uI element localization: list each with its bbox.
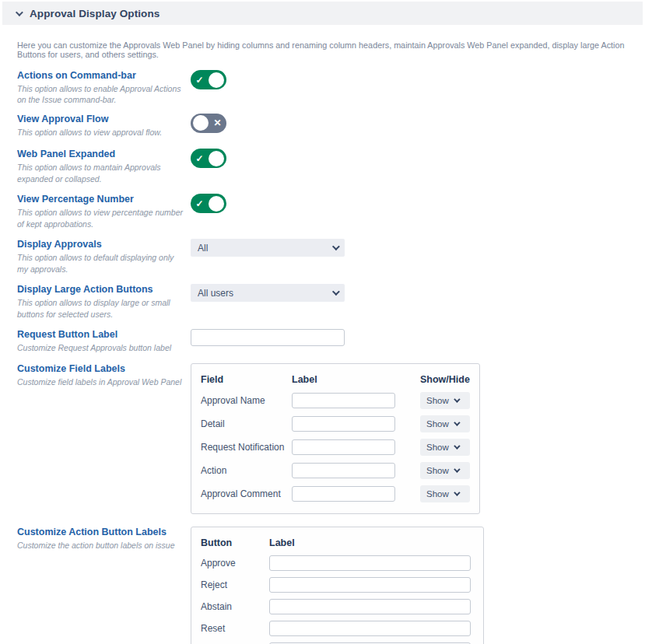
setting-description: This option allows to default displaying… [17, 252, 187, 275]
chevron-down-icon[interactable] [16, 9, 23, 16]
action-button-labels-table: Button Label Approve Reject Abstain Rese… [191, 527, 484, 644]
button-name: Approve [201, 558, 269, 569]
setting-row-request-button-label: Request Button Label Customize Request A… [17, 329, 645, 353]
chevron-down-icon [332, 288, 340, 296]
table-row-reject: Reject [201, 574, 474, 596]
selected-value: All users [198, 288, 233, 299]
toggle-view-percentage-number[interactable]: ✓ [191, 194, 226, 213]
chevron-down-icon [454, 466, 460, 472]
setting-row-web-panel-expanded: Web Panel Expanded This option allows to… [17, 149, 645, 184]
detail-label-input[interactable] [292, 416, 395, 432]
setting-row-customize-action-button-labels: Customize Action Button Labels Customize… [17, 527, 645, 644]
check-icon: ✓ [193, 153, 206, 164]
column-header-label: Label [292, 374, 420, 385]
setting-description: Customize Request Approvals button label [17, 342, 187, 353]
setting-label: Web Panel Expanded [17, 149, 191, 159]
chevron-down-icon [454, 443, 460, 449]
table-row-detail: Detail Show [201, 412, 470, 436]
check-icon: ✓ [193, 75, 206, 86]
approve-label-input[interactable] [269, 555, 471, 571]
selected-value: All [198, 243, 208, 254]
field-name: Approval Name [201, 395, 292, 406]
setting-label: Customize Field Labels [17, 363, 191, 374]
column-header-show-hide: Show/Hide [420, 374, 470, 385]
button-name: Abstain [201, 601, 269, 612]
toggle-knob [209, 196, 224, 212]
toggle-web-panel-expanded[interactable]: ✓ [191, 149, 226, 168]
approval-comment-label-input[interactable] [292, 486, 395, 502]
field-name: Detail [201, 418, 292, 429]
setting-description: This option allows to mantain Approvals … [17, 162, 187, 184]
display-large-action-buttons-select[interactable]: All users [191, 284, 345, 302]
table-row-approval-name: Approval Name Show [201, 389, 470, 412]
toggle-knob [193, 115, 209, 131]
setting-label: View Approval Flow [17, 114, 191, 124]
approval-name-visibility-select[interactable]: Show [420, 392, 470, 409]
chevron-down-icon [454, 489, 460, 495]
table-row-approval-comment: Approval Comment Show [201, 482, 470, 506]
reset-label-input[interactable] [269, 621, 471, 636]
toggle-view-approval-flow[interactable]: ✕ [191, 114, 226, 133]
column-header-button: Button [201, 537, 269, 548]
chevron-down-icon [454, 396, 460, 402]
abstain-label-input[interactable] [269, 599, 471, 614]
field-name: Action [201, 465, 292, 476]
display-approvals-select[interactable]: All [191, 239, 345, 257]
request-button-label-input[interactable] [191, 329, 345, 346]
request-notification-visibility-select[interactable]: Show [420, 439, 470, 456]
chevron-down-icon [454, 419, 460, 425]
setting-description: This option allows to display large or s… [17, 297, 187, 320]
table-row-reset: Reset [201, 618, 474, 639]
setting-description: Customize field labels in Approval Web P… [17, 376, 187, 387]
section-header-approval-display-options[interactable]: Approval Display Options [2, 2, 643, 25]
detail-visibility-select[interactable]: Show [420, 415, 470, 432]
action-label-input[interactable] [292, 463, 395, 478]
setting-description: Customize the action button labels on is… [17, 540, 187, 551]
approval-name-label-input[interactable] [292, 393, 395, 408]
table-row-notify: Notify [201, 639, 474, 644]
field-labels-table: Field Label Show/Hide Approval Name Show… [191, 363, 480, 514]
setting-label: View Percentage Number [17, 194, 191, 205]
field-name: Approval Comment [201, 488, 292, 499]
setting-row-view-approval-flow: View Approval Flow This option allows to… [17, 114, 645, 138]
setting-label: Customize Action Button Labels [17, 527, 191, 537]
toggle-actions-on-command-bar[interactable]: ✓ [191, 70, 226, 89]
x-icon: ✕ [211, 117, 224, 128]
setting-label: Actions on Command-bar [17, 70, 191, 81]
toggle-knob [209, 151, 224, 166]
toggle-knob [209, 72, 224, 88]
reject-label-input[interactable] [269, 577, 471, 593]
approval-comment-visibility-select[interactable]: Show [420, 485, 470, 502]
setting-row-actions-on-command-bar: Actions on Command-bar This option allow… [17, 70, 645, 106]
setting-label: Request Button Label [17, 329, 191, 340]
table-row-action: Action Show [201, 459, 470, 482]
button-name: Reset [201, 623, 269, 634]
action-visibility-select[interactable]: Show [420, 462, 470, 479]
column-header-label: Label [269, 537, 474, 548]
field-name: Request Notification [201, 442, 292, 453]
setting-description: This option allows to enable Approval Ac… [17, 83, 187, 106]
setting-row-display-large-action-buttons: Display Large Action Buttons This option… [17, 284, 645, 320]
button-name: Reject [201, 579, 269, 590]
chevron-down-icon [332, 243, 340, 251]
setting-row-customize-field-labels: Customize Field Labels Customize field l… [17, 363, 645, 514]
table-row-approve: Approve [201, 552, 474, 574]
settings-list: Actions on Command-bar This option allow… [17, 70, 645, 644]
setting-label: Display Large Action Buttons [17, 284, 191, 295]
table-row-abstain: Abstain [201, 596, 474, 618]
setting-row-display-approvals: Display Approvals This option allows to … [17, 239, 645, 275]
intro-text: Here you can customize the Approvals Web… [17, 40, 628, 59]
setting-label: Display Approvals [17, 239, 191, 250]
column-header-field: Field [201, 374, 292, 385]
setting-row-view-percentage-number: View Percentage Number This option allow… [17, 194, 645, 229]
request-notification-label-input[interactable] [292, 439, 395, 455]
section-title: Approval Display Options [30, 8, 159, 19]
check-icon: ✓ [193, 198, 206, 209]
table-row-request-notification: Request Notification Show [201, 436, 470, 459]
setting-description: This option allows to view approval flow… [17, 127, 187, 138]
setting-description: This option allows to view percentage nu… [17, 207, 187, 229]
